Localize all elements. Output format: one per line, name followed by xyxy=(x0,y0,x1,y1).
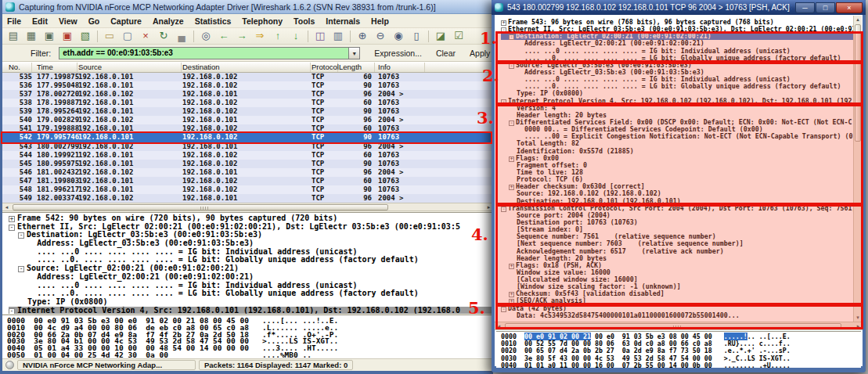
status-interface[interactable]: NVIDIA nForce MCP Networking Adap... xyxy=(17,360,196,370)
expander-icon[interactable]: + xyxy=(509,264,514,269)
detail-hscrollbar[interactable]: ◂ ▸ xyxy=(495,322,863,330)
detail-tree-line[interactable]: .... ...0 .... .... .... .... = IG bit: … xyxy=(501,48,856,55)
expert-info-led-icon[interactable] xyxy=(5,361,14,369)
detail-tree-line[interactable]: Time to live: 128 xyxy=(501,169,856,176)
packet-row[interactable]: 543 180.002799 192.168.0.102 192.168.0.1… xyxy=(2,142,493,151)
maximize-button[interactable]: □ xyxy=(816,2,835,13)
packet-row[interactable]: 545 180.995975 192.168.0.101 192.168.0.1… xyxy=(2,160,493,168)
detail-tree-line[interactable]: Sequence number: 7561 (relative sequence… xyxy=(501,233,856,240)
packet-row[interactable]: 539 178.995264 192.168.0.101 192.168.0.1… xyxy=(2,107,493,116)
detail-tree-line[interactable]: Data: 4c5349532d58475400000101a011000016… xyxy=(501,312,856,319)
print-icon[interactable]: ▄ xyxy=(175,30,188,42)
detail-tree-line[interactable]: Destination port: 10763 (10763) xyxy=(501,219,856,226)
list-interfaces-icon[interactable]: ▤ xyxy=(7,30,20,42)
detail-tree-line[interactable]: [Window size scaling factor: -1 (unknown… xyxy=(501,283,856,290)
detail-tree-line[interactable]: .... ...0 .... .... .... .... = IG bit: … xyxy=(501,76,856,83)
close-file-icon[interactable]: × xyxy=(139,30,152,42)
detail-tree-line[interactable]: .... ..0. .... .... .... .... = LG bit: … xyxy=(501,83,856,90)
detail-tree-line[interactable]: Type: IP (0x0800) xyxy=(501,90,856,97)
filter-button[interactable]: Filter: xyxy=(26,49,56,58)
vscrollbar-thumb[interactable] xyxy=(855,24,861,142)
scroll-up-arrow-icon[interactable]: ▴ xyxy=(854,16,862,23)
close-button[interactable]: × xyxy=(836,2,863,13)
detail-tree-line[interactable]: Address: LgElectr_03:5b:e3 (00:e0:91:03:… xyxy=(9,239,493,248)
column-header-length[interactable]: Length xyxy=(339,63,375,72)
packet-row[interactable]: 547 181.199803 192.168.0.101 192.168.0.1… xyxy=(2,177,493,185)
capture-stop-icon[interactable]: ▣ xyxy=(61,30,74,42)
expander-icon[interactable]: - xyxy=(509,120,514,126)
packet-row[interactable]: 541 179.199888 192.168.0.101 192.168.0.1… xyxy=(2,124,493,133)
expander-icon[interactable]: - xyxy=(501,99,506,105)
expander-icon[interactable]: - xyxy=(509,34,514,40)
find-packet-icon[interactable]: ◎ xyxy=(200,30,212,42)
detail-tree-line[interactable]: Header length: 20 bytes xyxy=(501,255,856,262)
reload-icon[interactable]: ↻ xyxy=(157,30,170,42)
capture-restart-icon[interactable]: ▧ xyxy=(79,30,92,42)
column-header-destination[interactable]: Destination xyxy=(182,63,311,72)
menu-item[interactable]: Telephony xyxy=(242,16,283,26)
expander-icon[interactable]: + xyxy=(509,299,514,304)
capture-start-icon[interactable]: ▣ xyxy=(43,30,56,42)
expander-icon[interactable]: + xyxy=(509,185,514,190)
column-header-source[interactable]: Source xyxy=(78,63,182,72)
colorize-icon[interactable]: ◫ xyxy=(314,30,326,42)
expander-icon[interactable]: + xyxy=(501,20,506,26)
go-back-icon[interactable]: ← xyxy=(218,30,230,42)
packet-row[interactable]: 542 179.995746 192.168.0.101 192.168.0.1… xyxy=(2,133,493,142)
detail-tree-line[interactable]: Acknowledgement number: 6517 (relative a… xyxy=(501,248,856,255)
detail-tree-line[interactable]: Type: IP (0x0800) xyxy=(9,298,493,307)
detail-tree-line[interactable]: +[SEQ/ACK analysis] xyxy=(501,297,856,304)
scroll-left-arrow-icon[interactable]: ◂ xyxy=(2,203,11,211)
detail-tree-line[interactable]: +Frame 543: 96 bytes on wire (768 bits),… xyxy=(501,19,856,26)
scroll-down-arrow-icon[interactable]: ▾ xyxy=(854,314,862,322)
go-to-top-icon[interactable]: ↑ xyxy=(272,30,284,42)
expander-icon[interactable]: + xyxy=(509,292,514,297)
menu-item[interactable]: View xyxy=(59,16,77,26)
packet-row[interactable]: 536 177.995048 192.168.0.101 192.168.0.1… xyxy=(2,81,493,90)
detail-tree-line[interactable]: -Internet Protocol Version 4, Src: 192.1… xyxy=(501,98,856,105)
detail-tree-line[interactable]: .... ..0. .... .... .... .... = LG bit: … xyxy=(9,289,493,298)
detail-tree-line[interactable]: +Header checksum: 0x630d [correct] xyxy=(501,183,856,190)
menu-item[interactable]: Statistics xyxy=(195,16,232,26)
detail-tree-line[interactable]: Window size value: 16000 xyxy=(501,269,856,276)
detail-tree-line[interactable]: .... ...0 .... .... .... .... = IG bit: … xyxy=(9,248,493,257)
go-to-bottom-icon[interactable]: ↓ xyxy=(290,30,302,42)
filter-input[interactable]: eth.addr == 00:e0:91:03:5b:e3 xyxy=(59,47,348,59)
expander-icon[interactable]: + xyxy=(9,216,15,222)
minimize-button[interactable]: ─ xyxy=(795,2,815,13)
menu-item[interactable]: Go xyxy=(88,16,100,26)
detail-tree-line[interactable]: [Calculated window size: 16000] xyxy=(501,276,856,283)
detail-tree-line[interactable]: [Stream index: 0] xyxy=(501,226,856,233)
left-titlebar[interactable]: Capturing from NVIDIA nForce MCP Network… xyxy=(2,0,493,14)
save-file-icon[interactable]: ▢ xyxy=(121,30,134,42)
scroll-left-arrow-icon[interactable]: ◂ xyxy=(495,322,503,330)
detail-tree-line[interactable]: [Next sequence number: 7603 (relative se… xyxy=(501,240,856,247)
packet-row[interactable]: 538 178.199887 192.168.0.101 192.168.0.1… xyxy=(2,99,493,107)
packet-row[interactable]: 535 177.199875 192.168.0.101 192.168.0.1… xyxy=(2,73,493,81)
hscrollbar-thumb[interactable] xyxy=(505,323,841,329)
detail-vscrollbar[interactable]: ▴ ▾ xyxy=(853,16,862,322)
scroll-right-arrow-icon[interactable]: ▸ xyxy=(854,322,863,330)
column-header-no[interactable]: No. xyxy=(9,63,32,72)
detail-tree-line[interactable]: -Destination: LgElectr_02:00:21 (00:e0:9… xyxy=(501,33,856,40)
expander-icon[interactable]: - xyxy=(9,308,15,314)
expander-icon[interactable]: - xyxy=(501,27,506,33)
detail-tree-line[interactable]: +Flags: 0x18 (PSH, ACK) xyxy=(501,262,856,269)
menu-item[interactable]: Edit xyxy=(32,16,48,26)
zoom-in-icon[interactable]: ⊕ xyxy=(356,30,369,42)
expander-icon[interactable]: - xyxy=(18,232,24,239)
column-header-info[interactable]: Info xyxy=(378,63,425,72)
detail-tree-line[interactable]: Total Length: 82 xyxy=(501,140,856,147)
detail-tree-line[interactable]: +Checksum: 0x5f43 [validation disabled] xyxy=(501,290,856,297)
packet-row[interactable]: 537 178.002720 192.168.0.102 192.168.0.1… xyxy=(2,90,493,99)
column-header-time[interactable]: Time xyxy=(37,63,77,72)
menu-item[interactable]: Analyze xyxy=(153,16,184,26)
menu-item[interactable]: Help xyxy=(371,16,389,26)
go-forward-icon[interactable]: → xyxy=(236,30,248,42)
expander-icon[interactable]: - xyxy=(509,63,514,69)
detail-tree-line[interactable]: -Destination: LgElectr_03:5b:e3 (00:e0:9… xyxy=(9,231,493,239)
detail-tree-line[interactable]: 0000 00.. = Differentiated Services Code… xyxy=(501,126,856,133)
menu-item[interactable]: File xyxy=(7,16,21,26)
detail-tree-line[interactable]: -Ethernet II, Src: LgElectr_02:00:21 (00… xyxy=(9,223,493,232)
detail-tree-line[interactable]: Protocol: TCP (6) xyxy=(501,176,856,183)
